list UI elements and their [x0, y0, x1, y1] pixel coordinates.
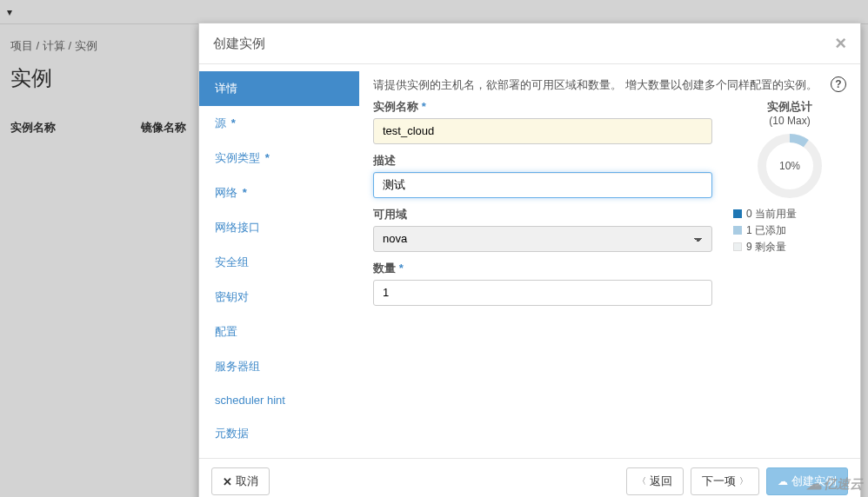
instance-name-input[interactable]	[373, 118, 712, 144]
modal-header: 创建实例 ×	[199, 23, 860, 64]
nav-scheduler[interactable]: scheduler hint	[199, 384, 359, 416]
x-icon: ✕	[223, 475, 232, 488]
modal-footer: ✕ 取消 〈返回 下一项 〉 ☁ 创建实例	[199, 458, 860, 497]
nav-config[interactable]: 配置	[199, 315, 359, 349]
cloud-logo-icon: ☁	[806, 474, 822, 494]
help-icon[interactable]: ?	[831, 76, 846, 92]
required-icon: *	[399, 262, 404, 275]
usage-donut-chart: 10%	[756, 132, 824, 200]
modal-title: 创建实例	[213, 36, 265, 52]
back-button[interactable]: 〈返回	[626, 467, 684, 495]
donut-percent: 10%	[756, 132, 824, 200]
total-max: (10 Max)	[733, 115, 846, 127]
description-input[interactable]	[373, 172, 712, 198]
next-button[interactable]: 下一项 〉	[691, 467, 759, 495]
cloud-icon: ☁	[778, 475, 788, 487]
nav-servergroup[interactable]: 服务器组	[199, 349, 359, 384]
legend-added: 1 已添加	[746, 223, 786, 238]
cancel-button[interactable]: ✕ 取消	[211, 467, 270, 495]
total-title: 实例总计	[733, 99, 846, 115]
chevron-right-icon: 〉	[739, 475, 748, 487]
count-label: 数量 *	[373, 261, 712, 276]
nav-metadata[interactable]: 元数据	[199, 416, 359, 451]
nav-details[interactable]: 详情	[199, 71, 359, 106]
nav-port[interactable]: 网络接口	[199, 210, 359, 245]
legend-swatch-added	[733, 226, 742, 235]
watermark: ☁ 亿速云	[806, 474, 863, 494]
required-icon: *	[231, 116, 236, 129]
usage-legend: 0 当前用量 1 已添加 9 剩余量	[733, 207, 846, 255]
required-icon: *	[243, 186, 247, 199]
required-icon: *	[265, 151, 270, 164]
nav-source[interactable]: 源 *	[199, 106, 359, 141]
az-label: 可用域	[373, 207, 712, 222]
legend-swatch-current	[733, 209, 742, 218]
help-text: 请提供实例的主机名，欲部署的可用区域和数量。 增大数量以创建多个同样配置的实例。…	[373, 76, 846, 94]
close-icon[interactable]: ×	[835, 34, 846, 53]
legend-remain: 9 剩余量	[746, 240, 786, 255]
desc-label: 描述	[373, 153, 712, 169]
nav-network[interactable]: 网络 *	[199, 176, 359, 210]
wizard-nav: 详情 源 * 实例类型 * 网络 * 网络接口 安全组 密钥对 配置 服务器组 …	[199, 64, 359, 458]
legend-swatch-remain	[733, 242, 742, 251]
availability-zone-select[interactable]: nova	[373, 226, 712, 252]
legend-current: 0 当前用量	[746, 207, 797, 222]
chevron-left-icon: 〈	[638, 475, 646, 487]
nav-keypair[interactable]: 密钥对	[199, 280, 359, 315]
name-label: 实例名称 *	[373, 99, 712, 115]
create-instance-modal: 创建实例 × 详情 源 * 实例类型 * 网络 * 网络接口 安全组 密钥对 配…	[198, 23, 861, 497]
nav-flavor[interactable]: 实例类型 *	[199, 141, 359, 176]
wizard-content: 请提供实例的主机名，欲部署的可用区域和数量。 增大数量以创建多个同样配置的实例。…	[359, 64, 860, 458]
count-input[interactable]	[373, 280, 712, 306]
required-icon: *	[422, 100, 426, 113]
nav-secgroup[interactable]: 安全组	[199, 245, 359, 280]
